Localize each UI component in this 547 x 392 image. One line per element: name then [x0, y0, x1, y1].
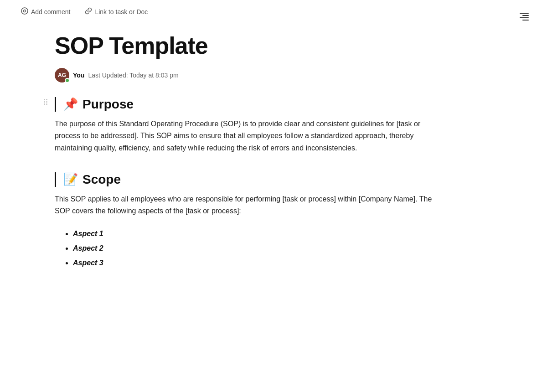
comment-icon	[21, 7, 28, 16]
link-task-label: Link to task or Doc	[95, 8, 148, 15]
purpose-heading-text: Purpose	[83, 97, 134, 112]
purpose-section: 📌 Purpose The purpose of this Standard O…	[55, 97, 447, 154]
page-title: SOP Template	[55, 32, 447, 60]
scope-emoji: 📝	[63, 172, 78, 186]
purpose-emoji: 📌	[63, 97, 78, 111]
purpose-heading: 📌 Purpose	[55, 97, 447, 112]
outline-lines-icon	[520, 13, 529, 21]
drag-handle[interactable]	[44, 99, 47, 105]
main-content: SOP Template AG You Last Updated: Today …	[0, 23, 501, 303]
purpose-body: The purpose of this Standard Operating P…	[55, 118, 447, 154]
scope-heading-text: Scope	[83, 172, 121, 187]
scope-body: This SOP applies to all employees who ar…	[55, 193, 447, 217]
avatar: AG	[55, 68, 69, 83]
author-row: AG You Last Updated: Today at 8:03 pm	[55, 68, 447, 83]
toolbar: Add comment Link to task or Doc	[0, 0, 547, 23]
svg-point-1	[24, 10, 26, 12]
svg-point-0	[21, 8, 28, 14]
list-item-aspect-1: Aspect 1	[73, 227, 447, 241]
add-comment-label: Add comment	[31, 8, 70, 15]
author-name: You	[73, 72, 84, 79]
last-updated: Last Updated: Today at 8:03 pm	[88, 72, 178, 79]
link-task-button[interactable]: Link to task or Doc	[82, 5, 150, 18]
scope-heading: 📝 Scope	[55, 172, 447, 187]
online-badge	[65, 78, 70, 83]
aspect-list: Aspect 1 Aspect 2 Aspect 3	[55, 227, 447, 270]
outline-toggle[interactable]	[520, 13, 529, 21]
avatar-initials: AG	[58, 72, 66, 78]
scope-section: 📝 Scope This SOP applies to all employee…	[55, 172, 447, 270]
add-comment-button[interactable]: Add comment	[18, 5, 73, 18]
link-icon	[85, 7, 92, 16]
list-item-aspect-3: Aspect 3	[73, 256, 447, 270]
list-item-aspect-2: Aspect 2	[73, 241, 447, 256]
